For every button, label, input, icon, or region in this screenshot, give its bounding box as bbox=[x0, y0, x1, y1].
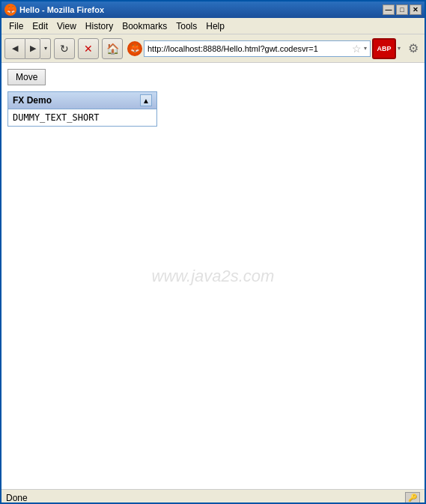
nav-dropdown-button[interactable]: ▾ bbox=[40, 38, 51, 59]
abp-dropdown-arrow[interactable]: ▾ bbox=[398, 45, 401, 52]
panel-header: FX Demo ▲ bbox=[8, 92, 156, 109]
panel-title: FX Demo bbox=[13, 95, 52, 106]
star-icon[interactable]: ☆ bbox=[349, 41, 364, 56]
panel-content: DUMMY_TEXT_SHORT bbox=[8, 109, 156, 126]
home-button[interactable]: 🏠 bbox=[102, 38, 123, 59]
watermark: www.java2s.com bbox=[152, 267, 275, 286]
minimize-button[interactable]: — bbox=[383, 4, 395, 15]
status-bar: Done 🔑 bbox=[1, 489, 425, 504]
status-text: Done bbox=[6, 493, 28, 503]
abp-button[interactable]: ABP bbox=[372, 38, 396, 59]
menu-bookmarks[interactable]: Bookmarks bbox=[118, 19, 171, 33]
title-bar: 🦊 Hello - Mozilla Firefox — □ ✕ bbox=[1, 1, 425, 18]
menu-view[interactable]: View bbox=[52, 19, 81, 33]
address-bar-container: ☆ ▾ bbox=[144, 40, 371, 57]
forward-button[interactable]: ▶ bbox=[25, 38, 40, 59]
toolbar: ◀ ▶ ▾ ↻ ✕ 🏠 🦊 ☆ ▾ ABP ▾ ⚙ bbox=[1, 34, 425, 63]
menu-file[interactable]: File bbox=[4, 19, 28, 33]
maximize-button[interactable]: □ bbox=[396, 4, 408, 15]
menu-bar: File Edit View History Bookmarks Tools H… bbox=[1, 18, 425, 34]
reload-button[interactable]: ↻ bbox=[54, 38, 75, 59]
back-button[interactable]: ◀ bbox=[4, 38, 25, 59]
address-dropdown-arrow[interactable]: ▾ bbox=[364, 45, 367, 52]
menu-history[interactable]: History bbox=[81, 19, 118, 33]
content-area: www.java2s.com Move FX Demo ▲ DUMMY_TEXT… bbox=[1, 63, 425, 489]
menu-edit[interactable]: Edit bbox=[28, 19, 52, 33]
stop-button[interactable]: ✕ bbox=[78, 38, 99, 59]
panel-scroll-up-button[interactable]: ▲ bbox=[140, 94, 152, 106]
title-icon: 🦊 bbox=[4, 4, 16, 16]
address-input[interactable] bbox=[147, 44, 349, 53]
firefox-icon: 🦊 bbox=[127, 41, 142, 56]
fx-demo-panel: FX Demo ▲ DUMMY_TEXT_SHORT bbox=[7, 91, 157, 127]
status-icon: 🔑 bbox=[405, 492, 420, 504]
menu-help[interactable]: Help bbox=[201, 19, 229, 33]
gear-button[interactable]: ⚙ bbox=[405, 40, 422, 57]
close-button[interactable]: ✕ bbox=[410, 4, 422, 15]
window-title: Hello - Mozilla Firefox bbox=[19, 5, 104, 14]
menu-tools[interactable]: Tools bbox=[171, 19, 201, 33]
move-button[interactable]: Move bbox=[7, 69, 46, 85]
